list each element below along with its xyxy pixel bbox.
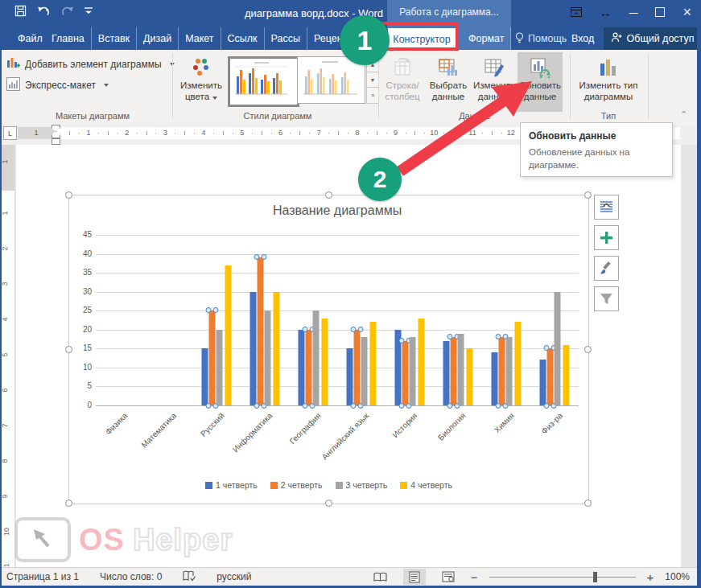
share-button[interactable]: Общий доступ: [604, 27, 701, 50]
bar-3-четверть-3[interactable]: [265, 310, 271, 405]
resize-icon[interactable]: ↔: [600, 6, 612, 19]
bar-3-четверть-6[interactable]: [410, 337, 416, 405]
bar-1-четверть-5[interactable]: [347, 348, 353, 405]
selection-handle[interactable]: [65, 500, 72, 507]
bar-2-четверть-6[interactable]: [402, 341, 409, 405]
left-indent-marker[interactable]: [52, 138, 60, 145]
bar-1-четверть-2[interactable]: [202, 348, 208, 405]
bar-2-четверть-8[interactable]: [499, 337, 505, 405]
zoom-minus-icon[interactable]: −: [471, 570, 478, 584]
bar-4-четверть-8[interactable]: [515, 322, 522, 405]
chart-plot-area[interactable]: [96, 235, 579, 405]
chart-object[interactable]: Название диаграммы 454035302520151050 Фи…: [68, 195, 589, 504]
selection-handle[interactable]: [65, 191, 72, 199]
bar-3-четверть-9[interactable]: [555, 292, 561, 405]
selection-handle[interactable]: [65, 346, 72, 353]
bar-4-четверть-5[interactable]: [370, 322, 377, 405]
tab-format[interactable]: Формат: [462, 27, 511, 50]
bar-3-четверть-7[interactable]: [458, 334, 464, 406]
layout-options-button[interactable]: [594, 195, 619, 220]
gallery-scroll-down[interactable]: ▼: [366, 72, 379, 88]
change-colors-button[interactable]: Изменить цвета: [177, 52, 225, 112]
change-chart-type-button[interactable]: Изменить тип диаграммы: [575, 52, 641, 112]
bar-2-четверть-3[interactable]: [258, 257, 264, 405]
bar-4-четверть-4[interactable]: [322, 319, 328, 405]
bar-3-четверть-4[interactable]: [313, 310, 320, 405]
maximize-icon[interactable]: [655, 7, 665, 17]
add-chart-element-button[interactable]: Добавить элемент диаграммы: [6, 56, 175, 72]
bar-1-четверть-7[interactable]: [443, 341, 450, 405]
zoom-percentage[interactable]: 100%: [665, 571, 690, 582]
bar-2-четверть-7[interactable]: [451, 337, 457, 405]
bar-1-четверть-3[interactable]: [250, 292, 257, 405]
bar-2-четверть-4[interactable]: [306, 330, 312, 405]
selection-dot: [351, 327, 357, 332]
collapse-ribbon-icon[interactable]: ⌃: [680, 109, 687, 120]
bar-2-четверть-5[interactable]: [354, 330, 361, 405]
add-chart-element-label: Добавить элемент диаграммы: [25, 59, 162, 70]
proofing-icon[interactable]: [183, 570, 196, 584]
legend-item[interactable]: 4 четверть: [400, 480, 452, 490]
selection-handle[interactable]: [325, 191, 332, 199]
selection-handle[interactable]: [584, 191, 592, 199]
zoom-plus-icon[interactable]: +: [647, 570, 654, 584]
print-layout-button[interactable]: [403, 569, 426, 585]
bar-2-четверть-2[interactable]: [209, 310, 216, 405]
page-indicator[interactable]: Страница 1 из 1: [6, 571, 79, 582]
bar-group: [299, 310, 328, 405]
chart-legend[interactable]: 1 четверть2 четверть3 четверть4 четверть: [69, 480, 588, 490]
word-count[interactable]: Число слов: 0: [100, 571, 162, 582]
edit-data-button[interactable]: Изменитьданные: [472, 52, 517, 112]
quick-layout-button[interactable]: Экспресс-макет: [6, 77, 109, 93]
tab-help[interactable]: Помощь: [510, 27, 571, 50]
read-mode-button[interactable]: [369, 569, 392, 585]
legend-item[interactable]: 2 четверть: [270, 480, 323, 490]
ribbon-display-icon[interactable]: [571, 6, 582, 19]
bar-4-четверть-6[interactable]: [419, 319, 425, 405]
bar-4-четверть-3[interactable]: [274, 292, 280, 405]
tab-6[interactable]: Рассы: [265, 27, 307, 50]
tab-5[interactable]: Ссылк: [221, 27, 265, 50]
chart-elements-button[interactable]: [594, 225, 619, 250]
tab-selector[interactable]: L: [3, 126, 17, 140]
selection-handle[interactable]: [584, 346, 592, 353]
bar-4-четверть-7[interactable]: [467, 348, 473, 405]
refresh-data-button[interactable]: Обновитьданные: [518, 52, 563, 112]
cursor-icon: [14, 517, 71, 562]
chart-styles-button[interactable]: [594, 256, 619, 281]
selection-handle[interactable]: [584, 500, 592, 507]
bar-3-четверть-2[interactable]: [216, 330, 223, 405]
bar-4-четверть-9[interactable]: [563, 345, 570, 405]
ruler-tick: [299, 131, 300, 135]
legend-item[interactable]: 3 четверть: [336, 480, 388, 490]
selection-handle[interactable]: [325, 500, 332, 507]
legend-item[interactable]: 1 четверть: [205, 480, 258, 490]
category-slot: [144, 235, 192, 405]
tab-sign-in[interactable]: Вход: [565, 27, 600, 50]
tab-2[interactable]: Вставк: [92, 27, 137, 50]
chart-title[interactable]: Название диаграммы: [96, 204, 579, 218]
language-indicator[interactable]: русский: [216, 571, 251, 582]
bar-4-четверть-2[interactable]: [225, 265, 232, 405]
bar-3-четверть-5[interactable]: [361, 337, 368, 405]
minimize-icon[interactable]: ─: [629, 6, 638, 19]
select-data-button[interactable]: Выбратьданные: [426, 52, 471, 112]
bar-1-четверть-4[interactable]: [299, 330, 305, 405]
category-slot: [337, 235, 386, 405]
chart-filters-button[interactable]: [594, 286, 619, 311]
row-column-button[interactable]: Строка/столбец: [380, 52, 425, 112]
tab-4[interactable]: Макет: [179, 27, 221, 50]
tab-3[interactable]: Дизай: [137, 27, 179, 50]
bar-1-четверть-8[interactable]: [492, 352, 498, 405]
zoom-slider[interactable]: [489, 577, 636, 578]
close-icon[interactable]: ×: [682, 5, 691, 19]
chart-style-thumbnail-1[interactable]: [228, 56, 299, 107]
selection-dot: [496, 334, 501, 339]
bar-1-четверть-9[interactable]: [540, 360, 546, 405]
gallery-more[interactable]: ≡: [366, 87, 379, 104]
tab-1[interactable]: Главна: [45, 27, 92, 50]
web-layout-button[interactable]: [437, 569, 460, 585]
zoom-slider-handle[interactable]: [593, 572, 597, 582]
bar-3-четверть-8[interactable]: [506, 337, 513, 405]
bar-2-четверть-9[interactable]: [547, 348, 554, 405]
